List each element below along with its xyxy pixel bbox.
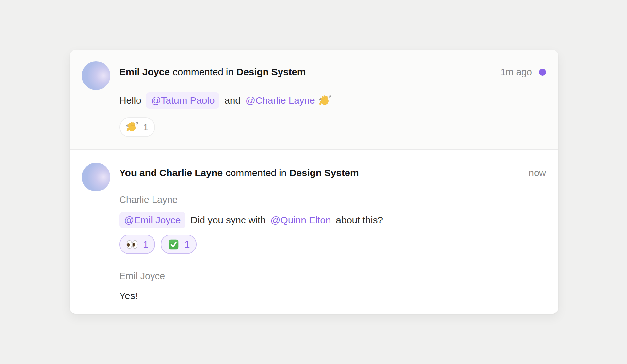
- reaction-count: 1: [185, 239, 190, 250]
- reaction-pill-eyes[interactable]: 1: [119, 235, 155, 254]
- notification-header: You and Charlie Laynecommented inDesign …: [119, 167, 359, 179]
- mention-emil-joyce[interactable]: @Emil Joyce: [119, 212, 185, 228]
- notification-item-1[interactable]: Emil Joycecommented inDesign System 1m a…: [70, 50, 558, 149]
- message-text: Did you sync with: [190, 212, 265, 229]
- commenter-name: Charlie Layne: [119, 194, 546, 205]
- user-avatar: [82, 61, 110, 90]
- commenter-name: Emil Joyce: [119, 270, 546, 281]
- file-name: Design System: [236, 67, 306, 77]
- action-text: commented in: [173, 67, 233, 77]
- message-text: about this?: [336, 212, 383, 229]
- user-avatar: [82, 163, 110, 191]
- file-name: Design System: [289, 167, 359, 178]
- comment-message: @Emil Joyce Did you sync with @Quinn Elt…: [119, 212, 546, 229]
- eyes-icon: [126, 238, 138, 250]
- check-mark-button-icon: [168, 238, 180, 250]
- mention-quinn-elton[interactable]: @Quinn Elton: [270, 212, 331, 229]
- waving-hand-icon: [126, 121, 138, 133]
- reaction-count: 1: [143, 122, 148, 133]
- message-text: Hello: [119, 92, 141, 109]
- timestamp: now: [529, 167, 546, 179]
- message-text: and: [224, 92, 240, 109]
- page-background: Emil Joycecommented inDesign System 1m a…: [0, 0, 627, 364]
- mention-charlie-layne[interactable]: @Charlie Layne: [246, 92, 315, 109]
- unread-indicator-dot: [539, 69, 546, 76]
- notification-header: Emil Joycecommented inDesign System: [119, 66, 306, 78]
- reaction-count: 1: [143, 239, 148, 250]
- mention-tatum-paolo[interactable]: @Tatum Paolo: [146, 92, 219, 109]
- notifications-panel: Emil Joycecommented inDesign System 1m a…: [70, 50, 558, 314]
- action-text: commented in: [226, 167, 286, 178]
- comment-message: Yes!: [119, 290, 546, 302]
- notification-item-2[interactable]: You and Charlie Laynecommented inDesign …: [70, 150, 558, 314]
- actor-name: You and Charlie Layne: [119, 167, 223, 178]
- comment-message: Hello @Tatum Paolo and @Charlie Layne: [119, 92, 546, 109]
- reaction-pill-check[interactable]: 1: [161, 235, 197, 254]
- actor-name: Emil Joyce: [119, 67, 170, 77]
- waving-hand-icon: [319, 95, 331, 107]
- timestamp: 1m ago: [500, 66, 532, 78]
- reaction-pill-wave[interactable]: 1: [119, 117, 155, 137]
